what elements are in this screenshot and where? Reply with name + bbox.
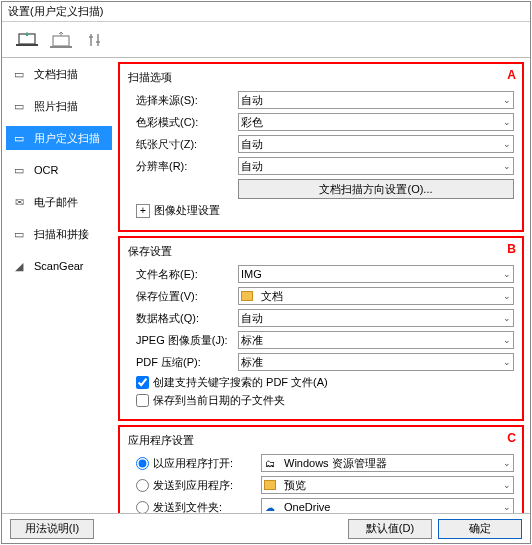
label-source: 选择来源(S): — [128, 93, 238, 108]
sidebar-item-doc-scan[interactable]: ▭文档扫描 — [6, 62, 112, 86]
chevron-down-icon: ⌄ — [503, 480, 511, 490]
select-jpeg-quality[interactable]: 标准⌄ — [238, 331, 514, 349]
select-paper-size[interactable]: 自动⌄ — [238, 135, 514, 153]
photo-icon: ▭ — [10, 99, 28, 113]
input-filename[interactable]: IMG⌄ — [238, 265, 514, 283]
orientation-settings-button[interactable]: 文档扫描方向设置(O)... — [238, 179, 514, 199]
section-app-settings: C 应用程序设置 以应用程序打开:🗂Windows 资源管理器⌄ 发送到应用程序… — [118, 425, 524, 513]
select-resolution[interactable]: 自动⌄ — [238, 157, 514, 175]
scangear-icon: ◢ — [10, 259, 28, 273]
folder-icon — [241, 291, 253, 301]
sidebar-item-custom-scan[interactable]: ▭用户定义扫描 — [6, 126, 112, 150]
chevron-down-icon: ⌄ — [503, 161, 511, 171]
folder-icon — [264, 480, 276, 490]
radio-send-folder[interactable] — [136, 501, 149, 514]
checkbox-date-subfolder[interactable] — [136, 394, 149, 407]
sidebar-item-label: 电子邮件 — [34, 195, 78, 210]
chevron-down-icon: ⌄ — [503, 357, 511, 367]
select-data-format[interactable]: 自动⌄ — [238, 309, 514, 327]
section-scan-options: A 扫描选项 选择来源(S):自动⌄ 色彩模式(C):彩色⌄ 纸张尺寸(Z):自… — [118, 62, 524, 232]
section-letter-b: B — [507, 242, 516, 256]
window-title: 设置(用户定义扫描) — [8, 4, 103, 19]
select-open-app[interactable]: 🗂Windows 资源管理器⌄ — [261, 454, 514, 472]
onedrive-icon: ☁ — [264, 501, 276, 513]
select-pdf-compression[interactable]: 标准⌄ — [238, 353, 514, 371]
label-color: 色彩模式(C): — [128, 115, 238, 130]
stitch-icon: ▭ — [10, 227, 28, 241]
chevron-down-icon: ⌄ — [503, 502, 511, 512]
sidebar-item-label: ScanGear — [34, 260, 84, 272]
sidebar-item-label: 照片扫描 — [34, 99, 78, 114]
label-dpi: 分辨率(R): — [128, 159, 238, 174]
checkbox-pdf-keyword[interactable] — [136, 376, 149, 389]
email-icon: ✉ — [10, 195, 28, 209]
settings-tools-icon[interactable] — [84, 31, 106, 49]
ok-button[interactable]: 确定 — [438, 519, 522, 539]
sidebar: ▭文档扫描 ▭照片扫描 ▭用户定义扫描 ▭OCR ✉电子邮件 ▭扫描和拼接 ◢S… — [2, 58, 112, 513]
titlebar: 设置(用户定义扫描) — [2, 2, 530, 22]
section-letter-a: A — [507, 68, 516, 82]
main-panel: A 扫描选项 选择来源(S):自动⌄ 色彩模式(C):彩色⌄ 纸张尺寸(Z):自… — [112, 58, 530, 513]
explorer-icon: 🗂 — [264, 457, 276, 469]
svg-rect-1 — [16, 44, 38, 46]
section-save-settings: B 保存设置 文件名称(E):IMG⌄ 保存位置(V):文档⌄ 数据格式(Q):… — [118, 236, 524, 421]
sidebar-item-label: OCR — [34, 164, 58, 176]
ocr-icon: ▭ — [10, 163, 28, 177]
sidebar-item-ocr[interactable]: ▭OCR — [6, 158, 112, 182]
section-letter-c: C — [507, 431, 516, 445]
sidebar-item-email[interactable]: ✉电子邮件 — [6, 190, 112, 214]
image-processing-label: 图像处理设置 — [154, 203, 220, 218]
document-icon: ▭ — [10, 67, 28, 81]
chevron-down-icon: ⌄ — [503, 139, 511, 149]
select-send-app[interactable]: 预览⌄ — [261, 476, 514, 494]
help-button[interactable]: 用法说明(I) — [10, 519, 94, 539]
section-title: 保存设置 — [128, 244, 514, 259]
section-title: 扫描选项 — [128, 70, 514, 85]
label-saveloc: 保存位置(V): — [128, 289, 238, 304]
select-send-folder[interactable]: ☁OneDrive⌄ — [261, 498, 514, 513]
radio-label: 发送到文件夹: — [153, 500, 261, 514]
sidebar-item-label: 用户定义扫描 — [34, 131, 100, 146]
chevron-down-icon: ⌄ — [503, 335, 511, 345]
radio-label: 发送到应用程序: — [153, 478, 261, 493]
scan-from-computer-icon[interactable] — [16, 31, 38, 49]
label-pdf: PDF 压缩(P): — [128, 355, 238, 370]
chevron-down-icon: ⌄ — [503, 117, 511, 127]
checkbox-label: 保存到当前日期的子文件夹 — [153, 393, 285, 408]
dialog-footer: 用法说明(I) 默认值(D) 确定 — [2, 513, 530, 543]
chevron-down-icon: ⌄ — [503, 458, 511, 468]
scan-from-panel-icon[interactable] — [50, 31, 72, 49]
chevron-down-icon: ⌄ — [503, 269, 511, 279]
svg-rect-3 — [50, 46, 72, 48]
radio-open-app[interactable] — [136, 457, 149, 470]
svg-rect-2 — [53, 36, 69, 46]
select-color-mode[interactable]: 彩色⌄ — [238, 113, 514, 131]
radio-label: 以应用程序打开: — [153, 456, 261, 471]
label-filename: 文件名称(E): — [128, 267, 238, 282]
label-format: 数据格式(Q): — [128, 311, 238, 326]
expand-image-processing-button[interactable]: + — [136, 204, 150, 218]
section-title: 应用程序设置 — [128, 433, 514, 448]
select-save-location[interactable]: 文档⌄ — [238, 287, 514, 305]
chevron-down-icon: ⌄ — [503, 95, 511, 105]
label-jpeg: JPEG 图像质量(J): — [128, 333, 238, 348]
custom-icon: ▭ — [10, 131, 28, 145]
sidebar-item-photo-scan[interactable]: ▭照片扫描 — [6, 94, 112, 118]
sidebar-item-scangear[interactable]: ◢ScanGear — [6, 254, 112, 278]
chevron-down-icon: ⌄ — [503, 291, 511, 301]
label-paper: 纸张尺寸(Z): — [128, 137, 238, 152]
chevron-down-icon: ⌄ — [503, 313, 511, 323]
radio-send-app[interactable] — [136, 479, 149, 492]
sidebar-item-stitch[interactable]: ▭扫描和拼接 — [6, 222, 112, 246]
top-toolbar — [2, 22, 530, 58]
checkbox-label: 创建支持关键字搜索的 PDF 文件(A) — [153, 375, 328, 390]
sidebar-item-label: 扫描和拼接 — [34, 227, 89, 242]
select-source[interactable]: 自动⌄ — [238, 91, 514, 109]
sidebar-item-label: 文档扫描 — [34, 67, 78, 82]
defaults-button[interactable]: 默认值(D) — [348, 519, 432, 539]
